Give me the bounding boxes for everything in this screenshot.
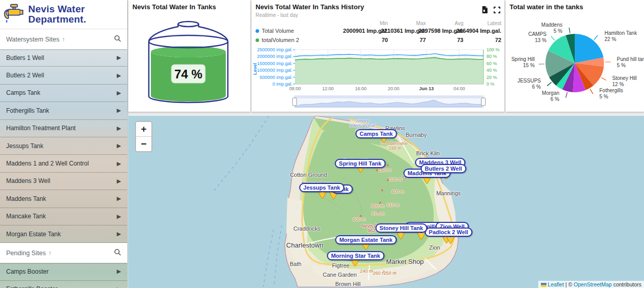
marker-label-padlock-2-well[interactable]: Padlock 2 Well (425, 228, 473, 237)
svg-text:08:00: 08:00 (289, 86, 301, 91)
stat-col-avg: Avg (455, 20, 463, 26)
expand-arrow-icon[interactable]: ▶ (117, 286, 121, 288)
sidebar-item-butlers-2-well[interactable]: Butlers 2 Well▶ (0, 67, 127, 84)
expand-arrow-icon[interactable]: ▶ (117, 160, 121, 167)
stat-col-min: Min (380, 20, 388, 26)
map-place-cane-garden: Cane Garden (323, 272, 357, 278)
sidebar-item-camps-booster[interactable]: Camps Booster▶ (0, 263, 127, 280)
section-label: Pending Sites (6, 250, 46, 257)
ukraine-flag-icon (541, 283, 547, 287)
section-header-watersystem-sites[interactable]: Watersystem Sites↑ (0, 29, 127, 49)
search-icon[interactable] (114, 249, 121, 257)
svg-text:2000000 imp.gal.: 2000000 imp.gal. (257, 54, 292, 59)
marker-label-camps-tank[interactable]: Camps Tank (356, 129, 397, 138)
sidebar-item-fothergills-tank[interactable]: Fothergills Tank▶ (0, 102, 127, 119)
site-label: Hamilton Treatment Plant (6, 125, 75, 132)
sort-up-icon[interactable]: ↑ (62, 36, 65, 43)
site-label: Fothergills Tank (6, 107, 49, 114)
expand-arrow-icon[interactable]: ▶ (117, 195, 121, 202)
expand-arrow-icon[interactable]: ▶ (117, 213, 121, 220)
site-label: Camps Tank (6, 89, 40, 96)
site-label: Mancake Tank (6, 213, 46, 220)
expand-arrow-icon[interactable]: ▶ (117, 125, 121, 132)
osm-link[interactable]: OpenStreetMap (574, 281, 612, 287)
zoom-in-button[interactable]: + (136, 122, 151, 137)
svg-text:04:00: 04:00 (454, 86, 465, 91)
sidebar-item-maddens-3-well[interactable]: Maddens 3 Well▶ (0, 173, 127, 190)
legend-dot (256, 29, 259, 33)
history-subtitle: Realtime - last day (256, 12, 298, 18)
sidebar-item-maddens-1-and-2-well-control[interactable]: Maddens 1 and 2 Well Control▶ (0, 155, 127, 172)
pie-label: CAMPS (528, 31, 547, 37)
leaflet-link[interactable]: Leaflet (548, 281, 564, 287)
pie-label-pct: 22 % (604, 36, 616, 42)
svg-text:0 imp.gal.: 0 imp.gal. (272, 81, 292, 87)
expand-arrow-icon[interactable]: ▶ (117, 107, 121, 114)
map-attribution: Leaflet | © OpenStreetMap contributors (538, 281, 644, 288)
nav-handle-right[interactable] (481, 98, 485, 106)
faucet-logo-icon (3, 3, 25, 26)
leaflet-map[interactable]: ▲▲▲▲▲▲▲▲▲▲▲▲▲AmoryInternationalAirportRa… (128, 116, 644, 288)
pie-label: Maddens (541, 22, 562, 28)
peak-triangle-icon: ▲ (380, 188, 384, 192)
expand-arrow-icon[interactable]: ▶ (117, 268, 121, 275)
expand-arrow-icon[interactable]: ▶ (117, 54, 121, 61)
marker-label-morgan-estate-tank[interactable]: Morgan Estate Tank (335, 235, 397, 244)
marker-label-spring-hill-tank[interactable]: Spring Hill Tank (335, 159, 386, 168)
svg-text:0 %: 0 % (486, 81, 495, 87)
pie-title: Total water in the tanks (510, 3, 583, 11)
pie-label: Hamilton Tank (604, 30, 637, 36)
svg-text:16:00: 16:00 (355, 86, 367, 91)
svg-text:2500000 imp.gal.: 2500000 imp.gal. (257, 47, 292, 52)
sidebar-item-morgan-estate-tank[interactable]: Morgan Estate Tank▶ (0, 225, 127, 243)
stat-value: 77 (420, 37, 426, 43)
svg-text:60 %: 60 % (486, 61, 497, 66)
sort-up-icon[interactable]: ↑ (48, 250, 51, 257)
map-place-150-m: 150 m (388, 146, 401, 151)
pie-label-pct: 6 % (551, 96, 559, 102)
pie-label: Fothergills (599, 88, 623, 93)
site-label: Maddens 1 and 2 Well Control (6, 160, 89, 167)
site-label: Butlers 2 Well (6, 72, 44, 79)
legend-total-volume[interactable]: Total Volume (256, 28, 294, 34)
expand-arrow-icon[interactable]: ▶ (117, 231, 121, 237)
pie-label-pct: 5 % (599, 94, 608, 99)
marker-label-morning-star-tank[interactable]: Morning Star Tank (327, 251, 384, 260)
expand-arrow-icon[interactable]: ▶ (117, 178, 121, 184)
expand-arrow-icon[interactable]: ▶ (117, 142, 121, 149)
history-title: Nevis Total Water In Tanks History (256, 3, 364, 11)
search-icon[interactable] (114, 35, 121, 44)
sidebar-item-maddens-tank[interactable]: Maddens Tank▶ (0, 190, 127, 208)
svg-text:1500000 imp.gal.: 1500000 imp.gal. (257, 61, 292, 66)
nav-handle-left[interactable] (292, 98, 297, 106)
map-place-burnaby: Burnaby (406, 132, 427, 138)
sidebar: Nevis Water Department. Watersystem Site… (0, 0, 127, 288)
marker-label-jessups-tank[interactable]: Jessups Tank (299, 183, 344, 192)
logo-bar: Nevis Water Department. (0, 0, 127, 29)
fullscreen-icon[interactable] (494, 7, 500, 13)
zoom-out-button[interactable]: − (136, 137, 151, 151)
map-place-875-m: 875 m (372, 211, 384, 216)
sidebar-item-mancake-tank[interactable]: Mancake Tank▶ (0, 208, 127, 225)
stat-value: 70 (382, 37, 388, 43)
sidebar-item-butlers-1-well[interactable]: Butlers 1 Well▶ (0, 49, 127, 67)
map-place-brown-hill: Brown Hill (335, 281, 361, 287)
legend-totalvolumen-2[interactable]: totalVolumen 2 (256, 37, 299, 43)
section-header-pending-sites[interactable]: Pending Sites↑ (0, 243, 127, 263)
marker-label-stoney-hill-tank[interactable]: Stoney Hill Tank (376, 223, 427, 233)
sidebar-item-jessups-tank[interactable]: Jessups Tank▶ (0, 137, 127, 155)
map-place-charlestown: Charlestown (286, 241, 323, 249)
sidebar-item-fothergills-booster[interactable]: Fothergills Booster▶ (0, 281, 127, 288)
sidebar-item-hamilton-treatment-plant[interactable]: Hamilton Treatment Plant▶ (0, 120, 127, 137)
pie-label: Stoney Hill (612, 75, 637, 81)
expand-arrow-icon[interactable]: ▶ (117, 90, 121, 96)
expand-arrow-icon[interactable]: ▶ (117, 72, 121, 79)
tanks-pie-chart: Hamilton Tank22 %Pund hill tank5 %Stoney… (505, 0, 644, 112)
svg-text:20 %: 20 % (486, 75, 497, 80)
pie-label-pct: 6 % (532, 84, 541, 90)
export-document-icon[interactable] (482, 6, 487, 13)
marker-label-butlers-2-well[interactable]: Butlers 2 Well (421, 164, 466, 173)
sidebar-item-camps-tank[interactable]: Camps Tank▶ (0, 85, 127, 102)
tank-panel-title: Nevis Total Water In Tanks (132, 3, 216, 11)
pie-label: Morgan (542, 90, 559, 96)
